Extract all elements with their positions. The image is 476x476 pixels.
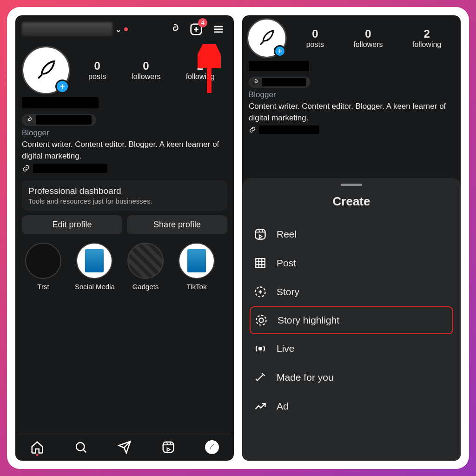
username-switcher[interactable]: ⌄ — [22, 22, 160, 36]
svg-point-6 — [257, 316, 266, 325]
stat-followers[interactable]: 0 followers — [353, 27, 383, 49]
threads-chip[interactable] — [22, 114, 96, 126]
highlight-cover — [76, 243, 112, 279]
create-story[interactable]: Story — [250, 278, 453, 306]
create-made-for-you[interactable]: Made for you — [250, 363, 453, 392]
add-story-icon[interactable]: + — [55, 79, 69, 93]
profile-bio: Content writer. Content editor. Blogger.… — [22, 139, 227, 162]
profile-category: Blogger — [249, 89, 454, 101]
professional-dashboard[interactable]: Professional dashboard Tools and resourc… — [22, 180, 227, 211]
threads-chip[interactable] — [249, 77, 311, 88]
link-icon — [249, 126, 256, 133]
highlight-cover — [127, 243, 164, 279]
add-story-icon[interactable]: + — [274, 45, 286, 57]
menu-button[interactable] — [210, 20, 227, 38]
story-icon — [253, 285, 267, 299]
profile-screen-with-sheet: + 0 posts 0 followers 2 following — [242, 15, 461, 461]
highlight-item[interactable]: Gadgets — [126, 243, 165, 291]
nav-reels[interactable] — [160, 439, 176, 455]
create-story-highlight[interactable]: Story highlight — [250, 306, 453, 334]
create-reel[interactable]: Reel — [250, 220, 453, 249]
username-redacted — [22, 22, 112, 36]
highlight-item[interactable]: TikTok — [177, 243, 216, 291]
reels-icon — [161, 440, 175, 454]
send-icon — [118, 440, 132, 454]
edit-profile-button[interactable]: Edit profile — [22, 215, 122, 234]
profile-info: Blogger Content writer. Content editor. … — [15, 94, 234, 174]
profile-link-redacted — [33, 164, 107, 173]
profile-header: + 0 posts 0 followers 2 following — [242, 15, 461, 58]
notification-dot-icon — [36, 454, 39, 456]
chevron-down-icon: ⌄ — [115, 25, 121, 34]
badge-count: 4 — [198, 18, 207, 27]
threads-handle-redacted — [36, 115, 92, 125]
home-icon — [30, 440, 44, 454]
profile-screen: ⌄ 4 + — [15, 15, 234, 461]
hamburger-icon — [212, 23, 225, 36]
nav-home[interactable] — [29, 439, 45, 455]
create-button[interactable]: 4 — [187, 20, 205, 38]
wand-icon — [253, 370, 267, 384]
profile-link-redacted — [259, 126, 319, 134]
threads-handle-redacted — [262, 78, 306, 86]
profile-info: Blogger Content writer. Content editor. … — [242, 58, 461, 135]
create-live[interactable]: Live — [250, 334, 453, 363]
highlight-icon — [254, 313, 268, 327]
create-sheet: Create Reel Post Story Story highlight — [242, 178, 461, 461]
avatar[interactable]: + — [22, 46, 70, 94]
stat-posts[interactable]: 0 posts — [88, 60, 106, 81]
top-bar: ⌄ 4 — [15, 15, 234, 43]
live-icon — [253, 342, 267, 356]
sheet-title: Create — [250, 194, 453, 209]
create-ad[interactable]: Ad — [250, 392, 453, 421]
threads-icon — [251, 79, 259, 86]
nav-search[interactable] — [73, 439, 89, 455]
profile-link[interactable] — [22, 164, 227, 173]
stat-posts[interactable]: 0 posts — [306, 27, 324, 49]
bottom-nav — [15, 433, 234, 461]
highlight-item[interactable]: Trst — [24, 243, 63, 291]
svg-point-1 — [76, 443, 85, 451]
display-name-redacted — [249, 61, 309, 71]
highlight-cover — [178, 243, 215, 279]
profile-header: + 0 posts 0 followers 2 following — [15, 43, 234, 94]
stat-following[interactable]: 2 following — [186, 60, 215, 81]
nav-messages[interactable] — [117, 439, 132, 455]
trend-icon — [253, 399, 267, 413]
profile-category: Blogger — [22, 127, 227, 139]
share-profile-button[interactable]: Share profile — [127, 215, 227, 234]
display-name-redacted — [22, 97, 99, 108]
threads-icon — [25, 116, 33, 124]
dashboard-subtitle: Tools and resources just for businesses. — [28, 197, 221, 205]
highlights-row: Trst Social Media Gadgets TikTok — [15, 234, 234, 291]
link-icon — [22, 164, 30, 172]
threads-icon — [168, 23, 180, 35]
profile-bio: Content writer. Content editor. Blogger.… — [249, 101, 454, 124]
stat-following[interactable]: 2 following — [412, 27, 441, 49]
stat-followers[interactable]: 0 followers — [131, 60, 160, 81]
profile-avatar-icon — [205, 440, 219, 454]
nav-profile[interactable] — [204, 439, 220, 455]
sheet-grabber[interactable] — [341, 184, 362, 186]
notification-dot-icon — [124, 27, 128, 31]
threads-button[interactable] — [165, 20, 183, 38]
avatar[interactable]: + — [247, 18, 287, 58]
svg-rect-4 — [256, 258, 265, 268]
create-post[interactable]: Post — [250, 249, 453, 278]
highlight-item[interactable]: Social Media — [75, 243, 114, 291]
highlight-cover — [25, 243, 61, 279]
profile-link[interactable] — [249, 126, 454, 134]
svg-point-7 — [259, 347, 262, 350]
search-icon — [74, 440, 88, 454]
grid-icon — [253, 256, 267, 270]
reels-icon — [253, 227, 267, 241]
dashboard-title: Professional dashboard — [28, 186, 221, 196]
